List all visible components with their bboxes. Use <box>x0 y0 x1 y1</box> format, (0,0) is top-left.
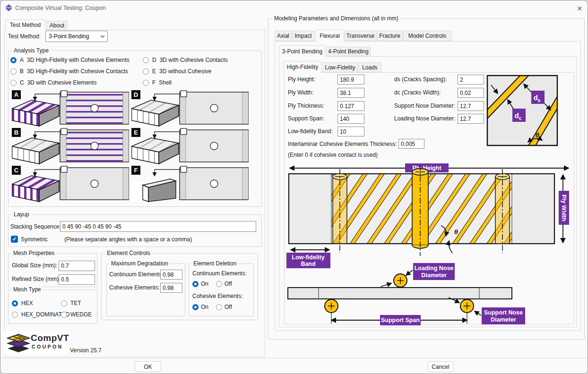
refined-size-input[interactable] <box>59 274 95 285</box>
tab-about[interactable]: About <box>46 21 68 30</box>
analysis-option-c[interactable]: C 3D with Cohesive Elements <box>10 79 96 86</box>
stacking-sequence-input[interactable] <box>60 221 256 232</box>
radio-icon[interactable] <box>143 68 149 75</box>
option-key: E <box>152 68 156 75</box>
max-degradation-title: Maximum Degradation <box>109 260 170 267</box>
analysis-diagram-c <box>12 166 129 202</box>
chevron-down-icon <box>100 35 105 38</box>
specimen-top-view-diagram: Ply Height θ Low-fidelity Band <box>284 163 574 268</box>
interlaminar-label: Interlaminar Cohesive Elements Thickness… <box>288 141 397 147</box>
low-fidelity-band-label: Low-fidelity Band: <box>288 128 333 135</box>
dc-cracks-width-label: dc (Cracks Width): <box>394 89 441 96</box>
option-label: 3D High-Fidelity with Cohesive Elements <box>27 57 130 63</box>
on-label: On <box>201 280 208 287</box>
radio-icon[interactable] <box>143 80 149 86</box>
ply-thickness-input[interactable] <box>337 101 364 111</box>
low-fidelity-band-input[interactable] <box>337 127 364 136</box>
logo-subtitle: COUPON <box>32 344 63 349</box>
radio-icon[interactable] <box>192 304 199 310</box>
support-nose-diameter-label: Support Nose Diameter: <box>394 102 455 109</box>
tab-fracture[interactable]: Fracture <box>377 31 403 41</box>
global-size-input[interactable] <box>59 261 95 271</box>
tab-model-controls[interactable]: Model Controls <box>403 31 451 41</box>
off-label: Off <box>225 280 232 287</box>
analysis-option-b[interactable]: B 3D High-Fidelity with Cohesive Contact… <box>10 68 128 75</box>
mesh-properties-title: Mesh Properties <box>11 250 56 256</box>
analysis-option-a[interactable]: A 3D High-Fidelity with Cohesive Element… <box>10 57 130 63</box>
support-span-chip: Support Span <box>381 317 420 323</box>
layup-note: (Please separate angles with a space or … <box>64 236 192 243</box>
tab-flexural[interactable]: Flexural <box>315 30 344 42</box>
app-icon <box>5 4 13 11</box>
ok-button[interactable]: OK <box>135 361 161 372</box>
option-label: 3D without Cohesive <box>159 68 211 75</box>
element-controls-title: Element Controls <box>105 250 152 256</box>
ply-height-input[interactable] <box>337 75 364 85</box>
radio-icon[interactable] <box>12 312 18 318</box>
option-key: A <box>20 57 24 63</box>
radio-icon[interactable] <box>216 281 222 287</box>
continuum-degradation-input[interactable] <box>160 270 182 280</box>
mesh-type-hex[interactable]: HEX <box>12 300 33 306</box>
radio-icon[interactable] <box>216 304 222 310</box>
test-method-label: Test Method: <box>8 33 41 40</box>
support-nose-chip-1: Support Nose <box>484 309 523 316</box>
tab-axial[interactable]: Axial <box>275 31 292 41</box>
tab-test-method[interactable]: Test Method <box>5 19 45 31</box>
close-icon[interactable]: ✕ <box>573 3 586 14</box>
ply-width-chip: Ply Width <box>559 191 569 225</box>
layup-title: Layup <box>12 211 31 218</box>
mesh-type-group <box>8 289 97 324</box>
mesh-type-wedge[interactable]: WEDGE <box>61 311 92 318</box>
option-label: 3D with Cohesive Contacts <box>160 57 228 63</box>
radio-icon[interactable] <box>10 80 17 86</box>
ds-cracks-spacing-input[interactable] <box>458 75 484 85</box>
window-title: Composite Virtual Testing: Coupon <box>15 5 106 11</box>
refined-size-label: Refined Size (mm): <box>12 276 61 282</box>
tab-impact[interactable]: Impact <box>292 31 314 41</box>
cohesive-elements-label: Cohesive Elements: <box>109 284 160 291</box>
continuum-elements-label: Continuum Elements: <box>109 271 164 278</box>
radio-icon[interactable] <box>61 300 67 306</box>
cohesive-degradation-input[interactable] <box>160 283 182 293</box>
tab-4-point-bending[interactable]: 4-Point Bending <box>326 47 371 56</box>
stacking-sequence-label: Stacking Sequence: <box>10 223 61 230</box>
ply-height-label: Ply Height: <box>288 76 315 83</box>
ply-width-input[interactable] <box>337 88 364 98</box>
element-deletion-title: Element Deletion <box>191 260 238 267</box>
diagram-label-d: D <box>131 90 140 99</box>
analysis-option-d[interactable]: D 3D with Cohesive Contacts <box>143 57 228 63</box>
mesh-type-tet[interactable]: TET <box>61 300 81 306</box>
theta-label: θ <box>536 131 539 139</box>
symmetric-checkbox[interactable] <box>11 236 18 243</box>
analysis-option-f[interactable]: F Shell <box>143 79 172 86</box>
radio-icon[interactable] <box>10 57 17 63</box>
theta-main-label: θ <box>454 228 458 236</box>
dc-cracks-width-input[interactable] <box>458 88 484 98</box>
cancel-button[interactable]: Cancel <box>427 361 454 372</box>
tab-loads[interactable]: Loads <box>358 62 381 72</box>
test-method-value: 3-Point Bending <box>49 33 89 40</box>
analysis-option-e[interactable]: E 3D without Cohesive <box>143 68 211 75</box>
support-nose-diameter-input[interactable] <box>458 101 484 111</box>
tab-transverse[interactable]: Transverse <box>345 31 376 41</box>
radio-icon[interactable] <box>143 57 149 63</box>
option-key: C <box>20 79 24 86</box>
bending-side-view-diagram: Loading Nose Diameter Support Span Suppo… <box>283 262 574 327</box>
analysis-diagram-a <box>12 90 129 127</box>
radio-icon[interactable] <box>12 300 18 306</box>
interlaminar-input[interactable] <box>398 139 424 149</box>
loading-nose-chip-1: Loading Nose <box>415 265 454 272</box>
tab-high-fidelity[interactable]: High-Fidelity <box>284 61 321 73</box>
version-label: Version 25.7 <box>70 347 102 354</box>
loading-nose-diameter-input[interactable] <box>458 114 484 124</box>
radio-icon[interactable] <box>192 281 199 287</box>
radio-icon[interactable] <box>10 68 17 75</box>
mesh-type-title: Mesh Type <box>11 286 43 293</box>
tab-low-fidelity[interactable]: Low-Fidelity <box>322 62 358 72</box>
radio-icon[interactable] <box>61 312 67 318</box>
option-label: 3D with Cohesive Elements <box>27 79 97 86</box>
tab-3-point-bending[interactable]: 3-Point Bending <box>279 45 325 57</box>
support-span-input[interactable] <box>337 114 364 124</box>
test-method-select[interactable]: 3-Point Bending <box>45 31 108 42</box>
